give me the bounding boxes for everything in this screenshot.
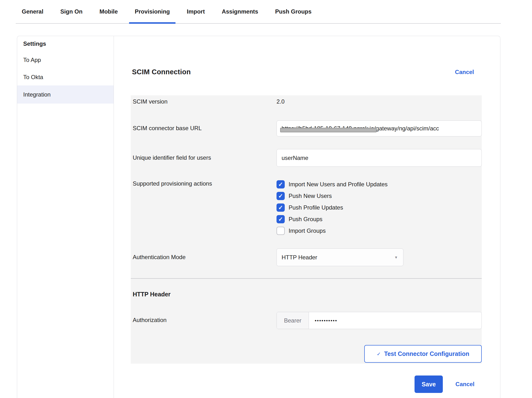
- checkbox-row-push-new-users[interactable]: ✓ Push New Users: [277, 192, 482, 200]
- save-button[interactable]: Save: [415, 375, 443, 393]
- provisioning-settings-page: General Sign On Mobile Provisioning Impo…: [0, 0, 532, 398]
- checkbox-import-new-users[interactable]: ✓: [277, 180, 285, 188]
- checkmark-icon: ✓: [278, 205, 283, 210]
- checkbox-push-groups[interactable]: ✓: [277, 215, 285, 223]
- tab-mobile[interactable]: Mobile: [94, 8, 123, 24]
- authentication-mode-select[interactable]: HTTP Header ▼: [277, 248, 403, 266]
- form-footer: Save Cancel: [415, 375, 474, 393]
- main-content: SCIM Connection Cancel SCIM version 2.0 …: [114, 36, 501, 398]
- cancel-link-bottom[interactable]: Cancel: [455, 381, 474, 388]
- checkbox-label: Push Profile Updates: [289, 204, 343, 211]
- scim-version-label: SCIM version: [133, 98, 277, 105]
- title-row: SCIM Connection Cancel: [132, 68, 474, 76]
- base-url-input[interactable]: https://b5bd-185-19-67-149.ngrok.io /gat…: [277, 120, 482, 136]
- checkbox-label: Push Groups: [289, 216, 322, 223]
- sidebar-heading: Settings: [23, 40, 46, 47]
- checkbox-label: Import Groups: [289, 227, 326, 234]
- checkmark-icon: ✓: [377, 351, 381, 357]
- redaction-bar: [280, 128, 377, 132]
- tab-provisioning[interactable]: Provisioning: [129, 8, 175, 24]
- settings-sidebar: Settings To App To Okta Integration: [17, 36, 114, 398]
- scim-connection-form: SCIM version 2.0 SCIM connector base URL…: [131, 95, 482, 364]
- tab-assignments[interactable]: Assignments: [216, 8, 264, 24]
- test-connector-configuration-label: Test Connector Configuration: [384, 350, 469, 357]
- authentication-mode-row: Authentication Mode HTTP Header ▼: [133, 248, 482, 266]
- chevron-down-icon: ▼: [394, 255, 398, 259]
- provisioning-actions-label: Supported provisioning actions: [133, 180, 277, 235]
- scim-version-row: SCIM version 2.0: [133, 98, 482, 105]
- page-title: SCIM Connection: [132, 68, 191, 76]
- provisioning-actions-row: Supported provisioning actions ✓ Import …: [133, 180, 482, 235]
- base-url-redacted-segment: https://b5bd-185-19-67-149.ngrok.io: [282, 125, 374, 132]
- tab-sign-on[interactable]: Sign On: [55, 8, 88, 24]
- unique-identifier-row: Unique identifier field for users userNa…: [133, 149, 482, 167]
- bearer-prefix: Bearer: [277, 312, 309, 329]
- unique-identifier-label: Unique identifier field for users: [133, 149, 277, 167]
- authentication-mode-value: HTTP Header: [282, 254, 317, 261]
- sidebar-item-integration[interactable]: Integration: [17, 85, 114, 104]
- checkbox-row-push-profile-updates[interactable]: ✓ Push Profile Updates: [277, 203, 482, 212]
- checkmark-icon: ✓: [278, 193, 283, 199]
- checkbox-row-import-new-users[interactable]: ✓ Import New Users and Profile Updates: [277, 180, 482, 188]
- section-divider: [131, 278, 482, 279]
- checkmark-icon: ✓: [278, 181, 283, 187]
- provisioning-actions-checklist: ✓ Import New Users and Profile Updates ✓…: [277, 180, 482, 235]
- checkbox-label: Import New Users and Profile Updates: [289, 181, 388, 188]
- http-header-section-heading: HTTP Header: [133, 291, 171, 298]
- test-connector-configuration-button[interactable]: ✓ Test Connector Configuration: [364, 345, 482, 363]
- base-url-visible-suffix: /gateway/ng/api/scim/acc: [374, 125, 439, 132]
- authentication-mode-label: Authentication Mode: [133, 248, 277, 266]
- checkbox-push-profile-updates[interactable]: ✓: [277, 203, 285, 212]
- authorization-token-input[interactable]: ••••••••••: [309, 312, 481, 329]
- unique-identifier-value: userName: [282, 155, 308, 161]
- sidebar-item-to-app[interactable]: To App: [17, 51, 114, 68]
- sidebar-item-to-okta[interactable]: To Okta: [17, 68, 114, 86]
- checkbox-row-push-groups[interactable]: ✓ Push Groups: [277, 215, 482, 223]
- tab-import[interactable]: Import: [181, 8, 211, 24]
- checkbox-import-groups[interactable]: ✓: [277, 227, 285, 235]
- tab-list: General Sign On Mobile Provisioning Impo…: [16, 8, 317, 24]
- base-url-label: SCIM connector base URL: [133, 120, 277, 136]
- base-url-row: SCIM connector base URL https://b5bd-185…: [133, 120, 482, 136]
- authorization-label: Authorization: [133, 312, 277, 329]
- app-tab-bar: General Sign On Mobile Provisioning Impo…: [0, 0, 532, 24]
- unique-identifier-input[interactable]: userName: [277, 149, 482, 167]
- tab-general[interactable]: General: [16, 8, 49, 24]
- settings-card: Settings To App To Okta Integration SCIM…: [17, 36, 500, 398]
- scim-version-value: 2.0: [277, 98, 284, 105]
- cancel-link-top[interactable]: Cancel: [455, 69, 474, 75]
- authorization-row: Authorization Bearer ••••••••••: [133, 312, 482, 329]
- checkbox-label: Push New Users: [289, 193, 332, 199]
- checkbox-push-new-users[interactable]: ✓: [277, 192, 285, 200]
- checkmark-icon: ✓: [278, 216, 283, 222]
- tab-push-groups[interactable]: Push Groups: [270, 8, 317, 24]
- checkbox-row-import-groups[interactable]: ✓ Import Groups: [277, 227, 482, 235]
- authorization-input-group: Bearer ••••••••••: [277, 312, 482, 329]
